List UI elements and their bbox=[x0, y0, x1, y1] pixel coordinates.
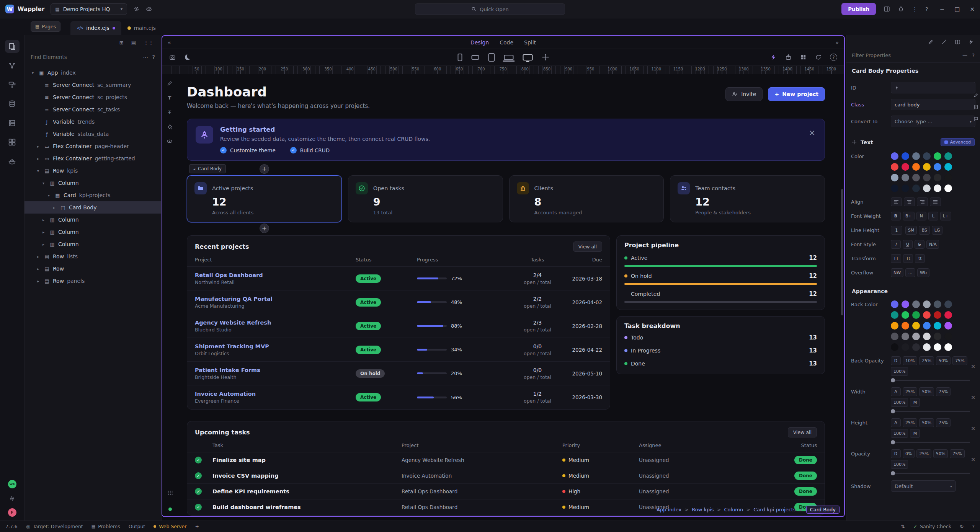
grid-toggle-icon[interactable] bbox=[165, 488, 175, 498]
advanced-toggle[interactable]: Advanced bbox=[941, 138, 975, 146]
text-transform-option[interactable]: tt bbox=[915, 254, 925, 263]
opacity-option[interactable]: 25% bbox=[916, 449, 931, 458]
components-panel-icon[interactable] bbox=[5, 135, 20, 149]
mode-code-tab[interactable]: Code bbox=[500, 39, 513, 46]
kpi-card[interactable]: Open tasks 9 13 total bbox=[348, 175, 503, 222]
help-icon[interactable]: ? bbox=[925, 6, 928, 12]
chevron-right-icon[interactable]: ▸ bbox=[41, 242, 46, 246]
edit-pen-icon[interactable] bbox=[165, 78, 175, 88]
slider-knob[interactable] bbox=[891, 409, 895, 413]
back-color-swatch[interactable] bbox=[902, 300, 909, 308]
strip-settings-gear-icon[interactable] bbox=[7, 493, 17, 503]
back-color-swatch[interactable] bbox=[923, 343, 931, 351]
back-color-swatch[interactable] bbox=[902, 322, 909, 330]
reload-icon[interactable]: ↻ bbox=[960, 524, 964, 529]
text-color-swatch[interactable] bbox=[891, 184, 898, 192]
tree-item-row-kpis[interactable]: ▾ ▤ Rowkpis bbox=[24, 165, 161, 177]
check-item-build-crud[interactable]: ✓ Build CRUD bbox=[290, 147, 330, 153]
back-color-swatch[interactable] bbox=[944, 311, 952, 319]
device-phone-landscape-icon[interactable] bbox=[471, 55, 479, 60]
opacity-option[interactable]: 100% bbox=[891, 460, 908, 469]
text-color-swatch[interactable] bbox=[944, 152, 952, 160]
align-center-icon[interactable] bbox=[904, 197, 915, 206]
back-opacity-slider[interactable] bbox=[891, 380, 970, 381]
tree-item-column[interactable]: ▸ ▥ Column bbox=[24, 214, 161, 226]
tree-item-card-body[interactable]: ▸ □ Card Body bbox=[24, 201, 161, 214]
tab-main-ejs[interactable]: main.ejs bbox=[121, 21, 162, 35]
deploy-cloud-icon[interactable] bbox=[146, 6, 152, 12]
sanity-check-toggle[interactable]: ✓ Sanity Check bbox=[913, 524, 951, 529]
breadcrumb-link[interactable]: Card kpi-projects bbox=[753, 507, 796, 512]
styles-panel-icon[interactable] bbox=[5, 78, 20, 91]
check-item-customize-theme[interactable]: ✓ Customize theme bbox=[220, 147, 276, 153]
height-option[interactable]: 25% bbox=[903, 418, 917, 427]
font-style-option[interactable]: S bbox=[915, 240, 924, 249]
kebab-menu-icon[interactable]: ⋮ bbox=[912, 6, 918, 13]
font-style-option[interactable]: I bbox=[891, 240, 901, 249]
filter-collapse-icon[interactable]: — bbox=[962, 52, 967, 58]
text-color-swatch[interactable] bbox=[934, 152, 941, 160]
font-style-option[interactable]: U bbox=[903, 240, 913, 249]
structure-options-icon[interactable]: ⋮⋮ bbox=[144, 40, 154, 46]
height-slider[interactable] bbox=[891, 442, 970, 443]
target-selector[interactable]: ◎ Target: Development bbox=[26, 524, 83, 529]
typography-icon[interactable]: T bbox=[165, 93, 175, 103]
database-panel-icon[interactable] bbox=[5, 97, 20, 110]
text-transform-option[interactable]: TT bbox=[891, 254, 901, 263]
line-height-option[interactable]: BS bbox=[919, 226, 929, 235]
pages-button[interactable]: ▤ Pages bbox=[31, 21, 60, 32]
rail-docs-icon[interactable] bbox=[973, 104, 978, 109]
breadcrumb-link[interactable]: Column bbox=[724, 507, 743, 512]
quick-open-search[interactable]: Quick Open bbox=[415, 3, 565, 15]
text-color-swatch[interactable] bbox=[902, 174, 909, 181]
back-color-swatch[interactable] bbox=[891, 333, 898, 340]
dynamic-bolt-icon[interactable] bbox=[770, 54, 777, 60]
tree-item-server-connect-sc_summary[interactable]: ≡ Server Connectsc_summary bbox=[24, 79, 161, 91]
minimize-button[interactable]: − bbox=[940, 6, 945, 13]
text-color-swatch[interactable] bbox=[902, 152, 909, 160]
problems-button[interactable]: ▤ Problems bbox=[91, 524, 120, 529]
chevron-down-icon[interactable]: ▾ bbox=[46, 193, 52, 197]
back-color-swatch[interactable] bbox=[944, 343, 952, 351]
text-color-swatch[interactable] bbox=[923, 184, 931, 192]
props-bolt-icon[interactable] bbox=[968, 39, 974, 45]
open-browser-icon[interactable] bbox=[785, 54, 792, 60]
width-option[interactable]: 100% bbox=[891, 398, 908, 407]
text-color-swatch[interactable] bbox=[902, 184, 909, 192]
width-option[interactable]: M bbox=[910, 398, 920, 407]
back-color-swatch[interactable] bbox=[923, 333, 931, 340]
props-help-icon[interactable]: ? bbox=[972, 52, 975, 58]
design-canvas[interactable]: T T Dashboard Welcome back — he bbox=[162, 74, 844, 516]
kpi-card[interactable]: Team contacts 12 People & stakeholders bbox=[670, 175, 825, 222]
back-color-swatch[interactable] bbox=[923, 311, 931, 319]
line-height-option[interactable]: LG bbox=[932, 226, 943, 235]
project-row[interactable]: Shipment Tracking MVPOrbit Logistics Act… bbox=[187, 338, 610, 362]
opacity-slider[interactable] bbox=[891, 473, 970, 474]
add-panel-button[interactable]: + bbox=[195, 524, 199, 529]
view-grid-icon[interactable]: ⊞ bbox=[119, 40, 124, 46]
task-row[interactable]: ✓ Define KPI requirements Retail Ops Das… bbox=[187, 484, 825, 499]
node-status-badge[interactable]: ws bbox=[8, 480, 16, 488]
design-help-icon[interactable]: ? bbox=[830, 54, 837, 61]
kpi-card[interactable]: Clients 8 Accounts managed bbox=[509, 175, 664, 222]
kpi-card[interactable]: Active projects 12 Across all clients bbox=[187, 175, 342, 222]
back-color-swatch[interactable] bbox=[891, 311, 898, 319]
width-option[interactable]: 25% bbox=[903, 387, 917, 396]
more-icon[interactable]: ⋯ bbox=[143, 54, 149, 60]
back-color-swatch[interactable] bbox=[891, 300, 898, 308]
props-columns-icon[interactable] bbox=[955, 39, 960, 45]
id-input[interactable] bbox=[891, 82, 975, 93]
task-row[interactable]: ✓ Finalize site map Agency Website Refre… bbox=[187, 452, 825, 468]
chevron-right-icon[interactable]: ▸ bbox=[41, 230, 46, 234]
rail-pen-icon[interactable] bbox=[973, 93, 978, 98]
dismiss-banner-icon[interactable]: × bbox=[808, 129, 815, 137]
back-color-swatch[interactable] bbox=[912, 300, 920, 308]
width-slider[interactable] bbox=[891, 411, 970, 412]
convert-to-select[interactable]: Choose Type ... ▾ bbox=[891, 116, 975, 127]
back-color-swatch[interactable] bbox=[923, 322, 931, 330]
chevron-right-icon[interactable]: ▸ bbox=[51, 206, 57, 210]
props-wand-icon[interactable] bbox=[941, 39, 947, 45]
project-link[interactable]: Shipment Tracking MVP bbox=[195, 343, 269, 349]
chevron-down-icon[interactable]: ▾ bbox=[35, 169, 41, 173]
align-right-icon[interactable] bbox=[917, 197, 928, 206]
